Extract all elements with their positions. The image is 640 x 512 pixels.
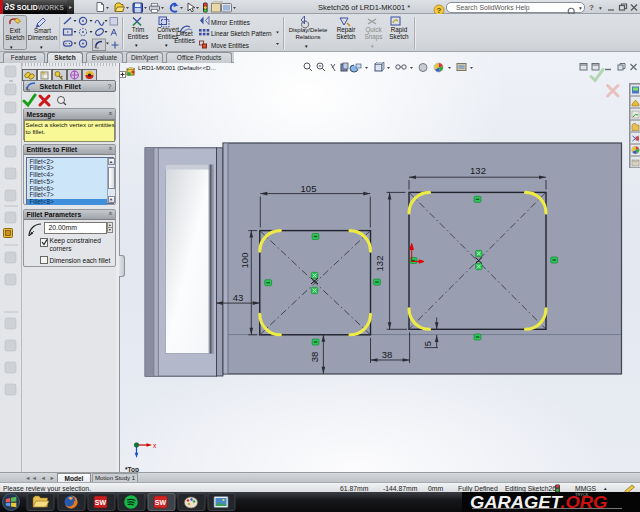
svg-text:SW: SW (95, 499, 107, 506)
svg-text:x: x (153, 442, 157, 449)
svg-text:105: 105 (301, 183, 317, 194)
svg-text:43: 43 (233, 292, 244, 303)
svg-text:132: 132 (374, 256, 385, 272)
svg-text:SW: SW (155, 499, 167, 506)
svg-text:100: 100 (239, 253, 250, 269)
svg-text:38: 38 (382, 349, 393, 360)
svg-text:38: 38 (309, 352, 320, 363)
svg-text:132: 132 (470, 165, 486, 176)
svg-text:5: 5 (422, 341, 433, 346)
